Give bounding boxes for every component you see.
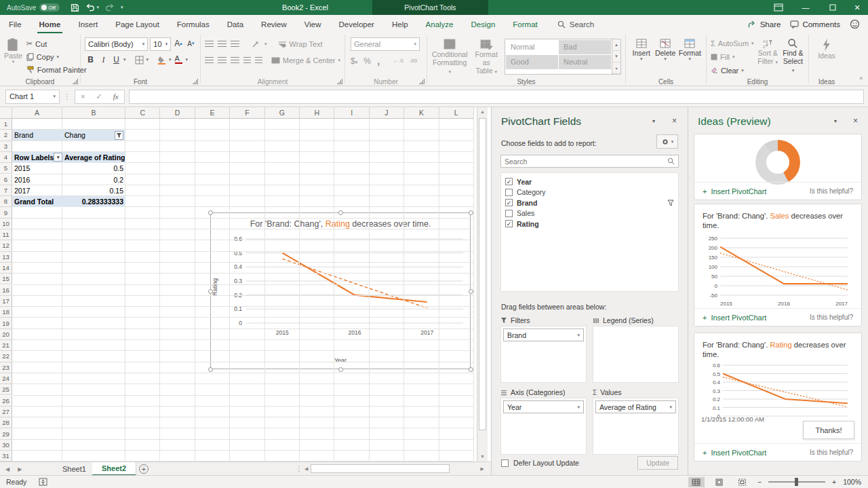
close-button[interactable]: ✕	[846, 0, 868, 15]
scroll-down-icon[interactable]: ▼	[477, 452, 488, 462]
cell-B6[interactable]: 0.2	[62, 174, 125, 185]
row-header-12[interactable]: 12	[0, 240, 12, 251]
row-header-21[interactable]: 21	[0, 340, 12, 351]
formula-input[interactable]	[129, 90, 864, 104]
cell-A7[interactable]: 2017	[12, 185, 62, 196]
column-header-B[interactable]: B	[62, 107, 125, 119]
chart-x-axis-title[interactable]: Year	[211, 357, 470, 364]
row-header-15[interactable]: 15	[0, 274, 12, 284]
thanks-button[interactable]: Thanks!	[803, 421, 854, 439]
tab-page-layout[interactable]: Page Layout	[106, 15, 168, 33]
fill-color-button[interactable]	[156, 54, 167, 66]
font-color-button[interactable]: A	[173, 54, 184, 66]
align-left-icon[interactable]	[205, 57, 214, 63]
fields-search-input[interactable]	[501, 157, 664, 166]
row-header-2[interactable]: 2	[0, 130, 12, 140]
underline-caret-icon[interactable]: ▾	[123, 58, 126, 62]
save-icon[interactable]	[71, 3, 79, 12]
add-sheet-icon[interactable]: +	[139, 464, 149, 474]
qat-customize-icon[interactable]: ▾	[121, 5, 123, 10]
row-header-24[interactable]: 24	[0, 373, 12, 384]
row-header-5[interactable]: 5	[0, 163, 12, 174]
cell-A6[interactable]: 2016	[12, 174, 62, 185]
row-header-1[interactable]: 1	[0, 119, 12, 130]
styles-scroll-up-icon[interactable]: ▲	[612, 39, 620, 51]
tab-data[interactable]: Data	[218, 15, 252, 33]
row-header-29[interactable]: 29	[0, 428, 12, 439]
name-box[interactable]: Chart 1▾	[5, 90, 60, 104]
cell-B2[interactable]: Chang	[62, 130, 125, 140]
page-layout-view-button[interactable]	[711, 477, 728, 487]
column-header-C[interactable]: C	[125, 107, 160, 119]
minimize-button[interactable]: —	[792, 0, 819, 15]
maximize-button[interactable]	[819, 0, 846, 15]
percent-button[interactable]: %	[363, 56, 371, 66]
tab-developer[interactable]: Developer	[330, 15, 383, 33]
zoom-out-icon[interactable]: −	[757, 478, 762, 486]
decrease-decimal-button[interactable]: .00	[410, 58, 417, 64]
pivot-chart-object[interactable]: For 'Brand: Chang', Rating decreases ove…	[210, 212, 471, 369]
field-item-year[interactable]: ✓Year	[505, 176, 674, 187]
tab-analyze[interactable]: Analyze	[417, 15, 462, 33]
comma-button[interactable]: ,	[377, 55, 380, 67]
row-header-23[interactable]: 23	[0, 362, 12, 373]
cell-B4[interactable]: Average of Rating	[62, 152, 125, 163]
fill-color-caret-icon[interactable]: ▾	[169, 58, 172, 62]
font-dialog-launcher[interactable]	[193, 79, 198, 84]
conditional-formatting-button[interactable]: Conditional Formatting ▾	[431, 37, 468, 75]
italic-button[interactable]: I	[98, 54, 109, 66]
font-name-combo[interactable]: Calibri (Body)▾	[85, 37, 148, 51]
field-item-category[interactable]: Category	[505, 187, 674, 198]
number-dialog-launcher[interactable]	[419, 79, 425, 84]
chart-selection-handle[interactable]	[208, 367, 213, 372]
dropdown-icon[interactable]: ▾	[54, 153, 62, 162]
zoom-slider-thumb[interactable]	[795, 478, 798, 486]
wrap-text-button[interactable]: Wrap Text	[278, 38, 323, 50]
column-header-G[interactable]: G	[265, 107, 300, 119]
defer-layout-checkbox[interactable]	[501, 459, 509, 467]
sheet-tab-sheet1[interactable]: Sheet1	[53, 462, 96, 476]
grow-font-button[interactable]: A▴	[173, 37, 183, 50]
align-center-icon[interactable]	[218, 57, 226, 63]
row-header-3[interactable]: 3	[0, 141, 12, 152]
row-header-4[interactable]: 4	[0, 152, 12, 163]
column-header-E[interactable]: E	[195, 107, 230, 119]
normal-view-button[interactable]	[688, 477, 705, 487]
align-bottom-icon[interactable]	[231, 41, 239, 47]
update-button[interactable]: Update	[637, 456, 678, 470]
row-header-16[interactable]: 16	[0, 285, 12, 296]
share-button[interactable]: Share	[748, 20, 781, 29]
row-header-18[interactable]: 18	[0, 307, 12, 318]
field-item-sales[interactable]: Sales	[505, 208, 674, 219]
horizontal-scroll-thumb[interactable]	[311, 464, 450, 473]
increase-decimal-button[interactable]: ←.0	[393, 58, 403, 64]
chart-selection-handle[interactable]	[208, 289, 213, 294]
area-field-caret-icon[interactable]: ▾	[577, 405, 580, 409]
ideas-button[interactable]: Ideas	[813, 37, 840, 60]
find-select-button[interactable]: Find & Select ▾	[782, 37, 804, 76]
spreadsheet-grid[interactable]: For 'Brand: Chang', Rating decreases ove…	[0, 107, 475, 462]
align-right-icon[interactable]	[231, 57, 239, 63]
clear-button[interactable]: Clear▾	[711, 64, 754, 76]
bold-button[interactable]: B	[85, 54, 96, 66]
alignment-dialog-launcher[interactable]	[337, 79, 342, 84]
chart-selection-handle[interactable]	[469, 210, 473, 215]
chart-selection-handle[interactable]	[338, 210, 343, 215]
row-header-9[interactable]: 9	[0, 207, 12, 218]
merge-center-button[interactable]: Merge & Center▾	[271, 54, 340, 66]
column-header-L[interactable]: L	[439, 107, 474, 119]
increase-indent-icon[interactable]	[255, 57, 262, 63]
zoom-slider[interactable]	[768, 481, 825, 483]
scroll-left-icon[interactable]: ◀	[302, 466, 311, 472]
field-item-brand[interactable]: ✓Brand	[505, 198, 674, 208]
cell-B8[interactable]: 0.283333333	[62, 196, 125, 207]
row-header-14[interactable]: 14	[0, 263, 12, 274]
helpful-link[interactable]: Is this helpful?	[810, 314, 853, 321]
sheet-tab-sheet2[interactable]: Sheet2	[92, 462, 136, 476]
formula-splitter-icon[interactable]: ⋮	[64, 93, 71, 100]
tab-format[interactable]: Format	[504, 15, 546, 33]
scroll-right-icon[interactable]: ▶	[478, 466, 487, 472]
cell-style-normal[interactable]: Normal	[506, 40, 558, 54]
tab-review[interactable]: Review	[252, 15, 296, 33]
undo-caret-icon[interactable]: ▾	[96, 5, 99, 10]
